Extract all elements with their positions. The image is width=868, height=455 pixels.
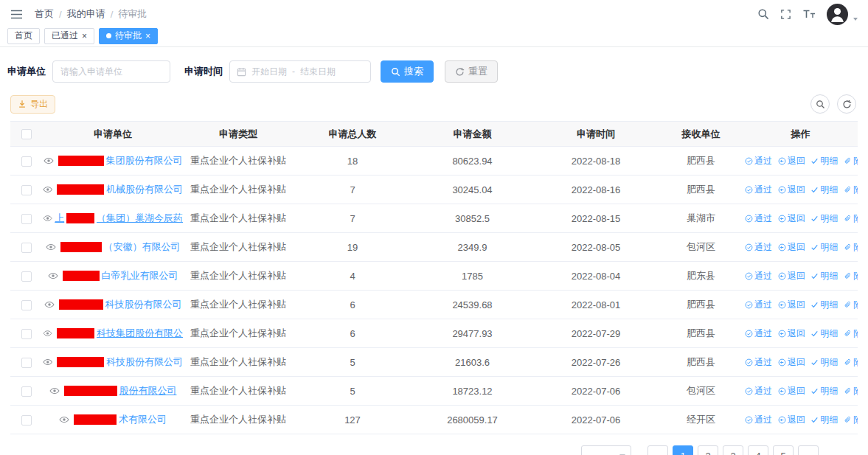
attachment-action[interactable]: 附件 [844, 414, 858, 426]
detail-action[interactable]: 明细 [810, 155, 838, 167]
approve-action[interactable]: 通过 [745, 212, 772, 225]
company-link[interactable]: 科技股份有限公司 [44, 298, 182, 311]
attachment-action[interactable]: 附件 [844, 270, 858, 282]
approve-action[interactable]: 通过 [745, 327, 772, 340]
tab-home[interactable]: 首页 [7, 28, 40, 44]
approve-action[interactable]: 通过 [745, 155, 772, 167]
detail-action[interactable]: 明细 [810, 414, 838, 426]
approve-action[interactable]: 通过 [745, 184, 772, 196]
paperclip-icon [844, 416, 852, 424]
attachment-action[interactable]: 附件 [844, 385, 858, 397]
row-checkbox[interactable] [21, 271, 32, 282]
company-link[interactable]: 股份有限公司 [49, 384, 177, 397]
approve-action[interactable]: 通过 [745, 414, 772, 426]
detail-action[interactable]: 明细 [810, 385, 838, 397]
table-search-toggle[interactable] [810, 94, 830, 114]
return-action[interactable]: 退回 [778, 155, 805, 167]
company-link[interactable]: （安徽）有限公司 [46, 240, 181, 254]
company-name: （安徽）有限公司 [104, 240, 181, 254]
company-link[interactable]: 机械股份有限公司 [43, 183, 183, 196]
detail-action[interactable]: 明细 [810, 212, 838, 225]
detail-check-icon [810, 186, 819, 194]
pagination-page-1[interactable]: 1 [673, 445, 693, 455]
approve-action[interactable]: 通过 [745, 241, 772, 254]
row-checkbox[interactable] [21, 243, 32, 253]
row-checkbox[interactable] [21, 415, 32, 426]
detail-action[interactable]: 明细 [810, 299, 838, 311]
approve-action[interactable]: 通过 [745, 356, 772, 369]
row-checkbox[interactable] [21, 386, 32, 397]
detail-action[interactable]: 明细 [810, 356, 838, 369]
apply-unit-label: 申请单位 [7, 65, 46, 78]
attachment-action[interactable]: 附件 [844, 327, 858, 340]
avatar-dropdown-caret[interactable] [853, 18, 858, 21]
pagination-page-2[interactable]: 2 [698, 445, 718, 455]
attachment-action[interactable]: 附件 [844, 356, 858, 369]
select-all-checkbox[interactable] [21, 129, 32, 139]
detail-check-icon [810, 215, 819, 223]
pagination-prev[interactable]: ‹ [647, 445, 668, 455]
apply-date-cell: 2022-07-06 [533, 377, 659, 406]
tab-close-icon[interactable]: × [82, 32, 87, 41]
pagination-next[interactable]: › [798, 445, 819, 455]
return-action[interactable]: 退回 [778, 414, 805, 426]
fullscreen-icon[interactable] [780, 9, 791, 20]
attachment-action[interactable]: 附件 [844, 184, 858, 196]
detail-action[interactable]: 明细 [810, 327, 838, 340]
detail-action[interactable]: 明细 [810, 184, 838, 196]
return-action[interactable]: 退回 [778, 241, 805, 254]
date-range-picker[interactable]: 开始日期 - 结束日期 [229, 60, 371, 83]
return-action[interactable]: 退回 [778, 270, 805, 282]
detail-action[interactable]: 明细 [810, 270, 838, 282]
row-checkbox[interactable] [21, 329, 32, 339]
export-button[interactable]: 导出 [10, 95, 55, 114]
attachment-action[interactable]: 附件 [844, 299, 858, 311]
return-action[interactable]: 退回 [778, 184, 805, 196]
font-size-icon[interactable] [802, 9, 816, 19]
check-circle-icon [745, 243, 753, 251]
attachment-action[interactable]: 附件 [844, 212, 858, 225]
breadcrumb-my-applications[interactable]: 我的申请 [67, 7, 105, 21]
table-refresh-button[interactable] [837, 94, 856, 114]
tab-close-icon[interactable]: × [145, 32, 150, 41]
company-link[interactable]: 术有限公司 [59, 413, 167, 426]
company-link[interactable]: 科技股份有限公司 [43, 355, 183, 369]
tab-approved[interactable]: 已通过 × [44, 28, 94, 44]
approve-action[interactable]: 通过 [745, 270, 772, 282]
search-icon[interactable] [757, 8, 769, 20]
approve-action[interactable]: 通过 [745, 299, 772, 311]
pagination-page-3[interactable]: 3 [723, 445, 743, 455]
apply-count-cell: 5 [294, 377, 412, 406]
company-link[interactable]: 白帝乳业有限公司 [48, 269, 178, 282]
table-header-row: 申请单位 申请类型 申请总人数 申请金额 申请时间 接收单位 操作 [10, 122, 858, 147]
menu-collapse-icon[interactable] [10, 9, 23, 20]
reset-button[interactable]: 重置 [445, 60, 498, 83]
apply-amount-cell: 1785 [412, 262, 533, 291]
row-checkbox[interactable] [21, 156, 32, 167]
row-checkbox[interactable] [21, 358, 32, 368]
return-action[interactable]: 退回 [778, 212, 805, 225]
return-action[interactable]: 退回 [778, 356, 805, 369]
apply-date-cell: 2022-08-18 [533, 147, 659, 176]
attachment-action[interactable]: 附件 [844, 241, 858, 254]
return-action[interactable]: 退回 [778, 385, 805, 397]
company-link[interactable]: 集团股份有限公司 [44, 154, 183, 167]
row-checkbox[interactable] [21, 300, 32, 310]
approve-action[interactable]: 通过 [745, 385, 772, 397]
pagination-page-5[interactable]: 5 [773, 445, 794, 455]
apply-unit-input[interactable] [52, 60, 170, 83]
user-avatar[interactable] [827, 4, 848, 25]
page-size-select[interactable] [581, 445, 631, 455]
pagination-page-4[interactable]: 4 [748, 445, 768, 455]
company-link[interactable]: 科技集团股份有限公 [43, 327, 183, 340]
attachment-action[interactable]: 附件 [844, 155, 858, 167]
row-checkbox[interactable] [21, 185, 32, 195]
detail-action[interactable]: 明细 [810, 241, 838, 254]
company-link[interactable]: 上 （集团）巢湖今辰药 [43, 212, 183, 225]
row-checkbox[interactable] [21, 214, 32, 224]
search-button[interactable]: 搜索 [381, 60, 434, 83]
breadcrumb-home[interactable]: 首页 [35, 7, 54, 21]
tab-pending[interactable]: 待审批 × [99, 28, 158, 44]
return-action[interactable]: 退回 [778, 327, 805, 340]
return-action[interactable]: 退回 [778, 299, 805, 311]
